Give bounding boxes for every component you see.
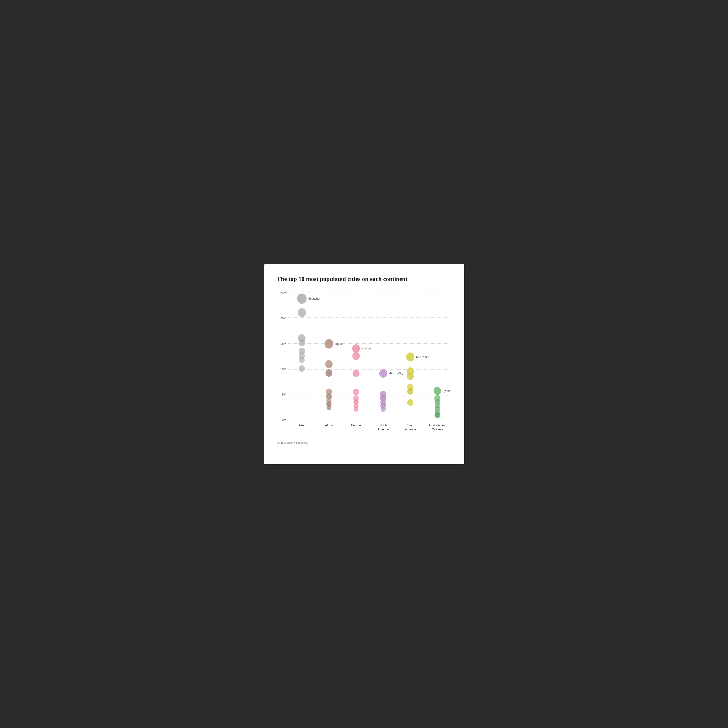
chart-area: 25M 20M 15M 10M 5M 0M bbox=[277, 291, 451, 436]
label-sydney: Sydney bbox=[442, 389, 451, 393]
chart-card: The top 10 most populated cities on each… bbox=[264, 264, 464, 464]
y-label-25m: 25M bbox=[280, 291, 286, 295]
label-saopaulo: São Paulo bbox=[416, 355, 429, 358]
sa-bubble-5 bbox=[407, 388, 413, 395]
asia-bubble-8 bbox=[299, 365, 305, 372]
ao-bubble-7 bbox=[434, 412, 440, 418]
europe-bubble-3 bbox=[352, 370, 359, 377]
na-bubble-mexicocity bbox=[379, 369, 387, 378]
europe-bubble-4 bbox=[353, 388, 359, 395]
africa-bubble-3 bbox=[326, 369, 332, 377]
asia-bubble-4 bbox=[298, 340, 305, 346]
x-label-asia: Asia bbox=[288, 424, 315, 427]
sa-bubble-saopaulo bbox=[406, 352, 414, 361]
ao-bubble-sydney bbox=[434, 387, 441, 395]
label-shanghai: Shanghai bbox=[308, 297, 320, 300]
bubble-plot: Shanghai Lagos bbox=[288, 291, 451, 422]
data-source: Data source: wikidata.org bbox=[277, 441, 451, 445]
y-label-5m: 5M bbox=[282, 393, 286, 396]
europe-bubble-2 bbox=[352, 352, 360, 360]
label-mexicocity: Mexico City bbox=[388, 372, 403, 375]
x-axis: Asia Africa Europe NorthAmerica SouthAme… bbox=[288, 422, 451, 436]
africa-bubble-2 bbox=[325, 360, 333, 368]
europe-bubble-istanbul bbox=[352, 344, 360, 353]
y-label-20m: 20M bbox=[280, 317, 286, 320]
y-label-10m: 10M bbox=[280, 367, 286, 371]
x-label-northamerica: NorthAmerica bbox=[370, 424, 397, 431]
label-istanbul: Istanbul bbox=[361, 347, 371, 350]
label-lagos: Lagos bbox=[335, 342, 343, 346]
y-axis: 25M 20M 15M 10M 5M 0M bbox=[277, 291, 288, 422]
y-label-15m: 15M bbox=[280, 342, 286, 346]
sa-bubble-6 bbox=[407, 399, 413, 406]
sa-bubble-3 bbox=[407, 373, 414, 380]
asia-bubble-shanghai bbox=[297, 294, 307, 304]
chart-title: The top 10 most populated cities on each… bbox=[277, 275, 451, 283]
y-label-0m: 0M bbox=[282, 418, 286, 422]
x-label-africa: Africa bbox=[315, 424, 343, 427]
europe-bubble-8 bbox=[353, 407, 358, 411]
na-bubble-6 bbox=[381, 406, 385, 412]
x-label-southamerica: SouthAmerica bbox=[397, 424, 424, 431]
africa-bubble-8 bbox=[326, 405, 331, 410]
africa-bubble-lagos bbox=[324, 339, 333, 349]
asia-bubble-2 bbox=[297, 308, 306, 317]
x-label-australiaoceania: Australia andOceania bbox=[424, 424, 451, 431]
asia-bubble-7 bbox=[299, 357, 304, 363]
x-label-europe: Europe bbox=[343, 424, 370, 427]
